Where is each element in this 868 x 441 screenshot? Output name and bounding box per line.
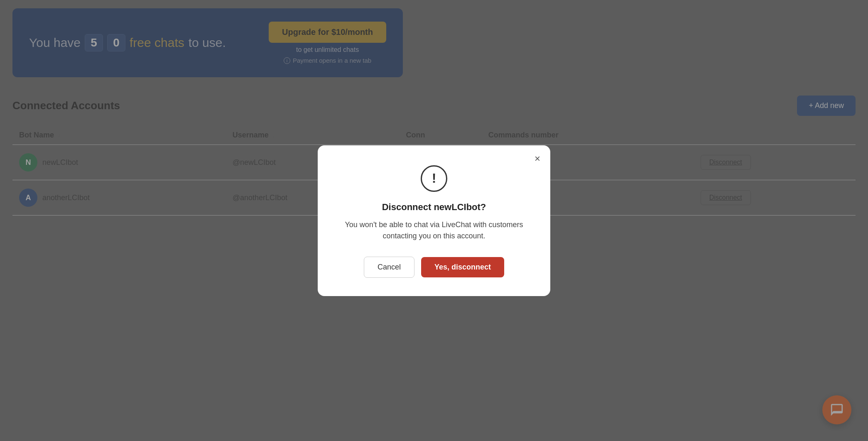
warning-icon: !	[421, 165, 447, 192]
cancel-button[interactable]: Cancel	[364, 257, 414, 278]
disconnect-modal: × ! Disconnect newLCIbot? You won't be a…	[318, 145, 550, 296]
modal-close-button[interactable]: ×	[535, 154, 540, 164]
modal-title: Disconnect newLCIbot?	[382, 202, 486, 213]
modal-overlay[interactable]: × ! Disconnect newLCIbot? You won't be a…	[0, 0, 868, 441]
yes-disconnect-button[interactable]: Yes, disconnect	[421, 257, 504, 277]
modal-actions: Cancel Yes, disconnect	[364, 257, 504, 278]
modal-description: You won't be able to chat via LiveChat w…	[338, 219, 530, 242]
